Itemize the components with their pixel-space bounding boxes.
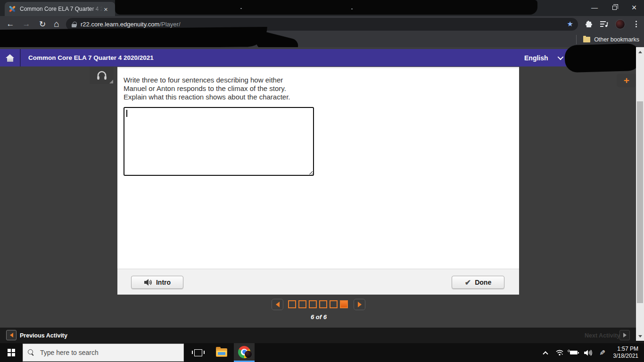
wifi-icon[interactable] [553, 343, 567, 362]
file-explorer-icon [216, 348, 227, 357]
chrome-taskbar-button[interactable] [234, 343, 255, 362]
page-count: 6 of 6 [0, 313, 637, 321]
resize-corner-icon [109, 80, 113, 83]
profile-avatar[interactable] [613, 16, 627, 32]
close-button[interactable]: × [624, 0, 644, 15]
redaction-scribble-tabs [115, 0, 537, 15]
arrow-right-icon [358, 302, 362, 307]
chrome-profile-badge [245, 351, 252, 358]
extensions-puzzle-icon[interactable] [582, 16, 596, 32]
previous-activity-button[interactable] [6, 330, 17, 340]
slide-pagination [0, 299, 644, 310]
activity-nav-bar: Previous Activity Next Activity [0, 328, 644, 343]
scrollbar-thumb[interactable] [637, 101, 643, 303]
start-button[interactable] [0, 343, 23, 362]
page-square-4[interactable] [319, 300, 327, 308]
media-controls-icon[interactable] [597, 16, 611, 32]
battery-icon[interactable] [567, 343, 581, 362]
next-activity-label: Next Activity [585, 328, 620, 343]
pagination-squares [288, 300, 348, 308]
arrow-left-icon [10, 333, 13, 337]
screen: Common Core ELA 7 Quarter 4 2 × — × ← → … [0, 0, 644, 362]
edgenuity-favicon-icon [8, 5, 16, 13]
page-square-5[interactable] [330, 300, 338, 308]
add-button[interactable]: + [617, 74, 636, 87]
page-square-2[interactable] [298, 300, 306, 308]
search-placeholder: Type here to search [40, 349, 99, 356]
writing-prompt: Write three to four sentences describing… [124, 76, 326, 101]
headphones-icon [96, 70, 107, 81]
secure-lock-icon[interactable] [72, 22, 76, 27]
webpage-viewport: Common Core ELA 7 Quarter 4 2020/2021 En… [0, 47, 644, 343]
done-label: Done [475, 279, 491, 286]
restore-button[interactable] [604, 0, 624, 15]
next-activity-button[interactable] [619, 330, 630, 340]
windows-logo-icon [8, 349, 15, 356]
url-path: /Player/ [159, 21, 180, 28]
scroll-up-arrow[interactable] [636, 48, 644, 56]
bookmark-star-icon[interactable]: ★ [567, 20, 573, 28]
home-icon [6, 54, 14, 62]
browser-tab[interactable]: Common Core ELA 7 Quarter 4 2 × [5, 2, 115, 16]
player-home-button[interactable] [0, 49, 21, 66]
course-title: Common Core ELA 7 Quarter 4 2020/2021 [28, 49, 154, 66]
redaction-scribble-student-name [564, 43, 640, 73]
intro-label: Intro [156, 279, 171, 286]
audio-tool-button[interactable] [90, 66, 114, 84]
minimize-button[interactable]: — [585, 0, 604, 15]
clock-date: 3/18/2021 [609, 353, 638, 360]
windows-taskbar: Type here to search ✎ 1:57 PM 3/18/2021 [0, 343, 644, 362]
redaction-speck [351, 8, 353, 9]
arrow-right-icon [623, 333, 627, 337]
arrow-left-icon [276, 302, 280, 307]
other-bookmarks-label: Other bookmarks [594, 36, 639, 43]
language-label: English [524, 54, 548, 62]
file-explorer-button[interactable] [211, 343, 232, 362]
plus-icon: + [624, 75, 629, 86]
bookmarks-divider [576, 35, 577, 44]
language-dropdown[interactable]: English [524, 49, 562, 66]
folder-icon [583, 37, 590, 42]
activity-content-panel: Write three to four sentences describing… [117, 67, 519, 269]
url-host: r22.core.learn.edgenuity.com [81, 21, 159, 28]
page-square-3[interactable] [309, 300, 317, 308]
redaction-scribble-bookmarks [0, 27, 267, 49]
page-scrollbar[interactable] [636, 47, 644, 341]
activity-footer: Intro ✔ Done [117, 269, 519, 295]
scroll-down-arrow[interactable] [636, 332, 644, 340]
page-next-button[interactable] [354, 299, 365, 310]
page-square-6[interactable] [340, 300, 348, 308]
page-square-1[interactable] [288, 300, 296, 308]
system-tray: ✎ 1:57 PM 3/18/2021 [538, 343, 644, 362]
browser-tabstrip: Common Core ELA 7 Quarter 4 2 × — × [0, 0, 644, 16]
speaker-icon [144, 279, 152, 286]
search-icon [28, 349, 34, 356]
player-header: Common Core ELA 7 Quarter 4 2020/2021 En… [0, 49, 644, 66]
taskbar-search[interactable]: Type here to search [23, 344, 184, 362]
answer-textarea[interactable] [124, 107, 314, 176]
tab-title: Common Core ELA 7 Quarter 4 2 [20, 6, 103, 12]
chevron-down-icon [557, 54, 563, 60]
intro-button[interactable]: Intro [131, 276, 183, 289]
taskbar-clock[interactable]: 1:57 PM 3/18/2021 [609, 346, 644, 360]
window-controls: — × [585, 0, 644, 15]
check-icon: ✔ [465, 278, 471, 287]
text-caret [126, 110, 127, 117]
tray-chevron-up-icon[interactable] [538, 343, 553, 362]
clock-time: 1:57 PM [609, 346, 638, 353]
done-button[interactable]: ✔ Done [452, 276, 504, 289]
tab-close-icon[interactable]: × [104, 6, 108, 13]
menu-kebab-icon[interactable] [629, 16, 643, 32]
task-view-icon [194, 349, 202, 356]
previous-activity-label[interactable]: Previous Activity [20, 328, 67, 343]
task-view-button[interactable] [188, 343, 208, 362]
page-prev-button[interactable] [272, 299, 283, 310]
redaction-speck [240, 8, 242, 9]
pen-icon[interactable]: ✎ [593, 346, 611, 360]
